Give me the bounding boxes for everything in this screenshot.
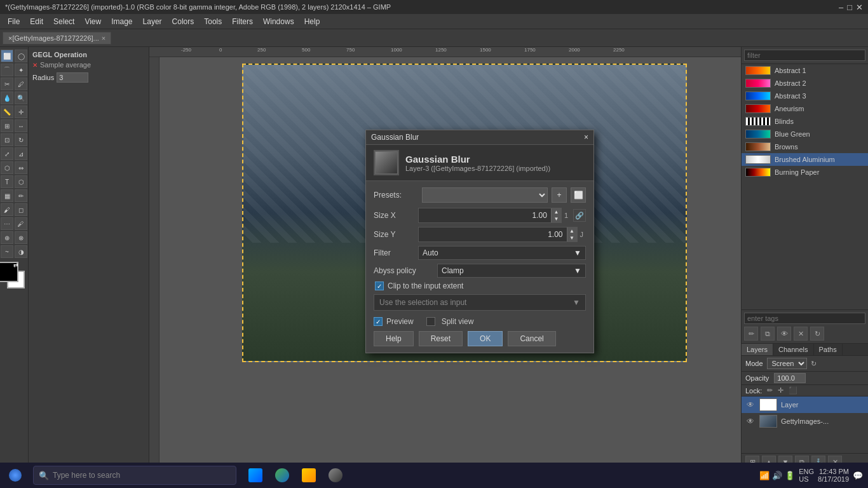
presets-bookmark-button[interactable]: ⬜ — [571, 187, 586, 203]
layer-item-layer[interactable]: 👁 Layer — [742, 396, 868, 413]
tool-dodge[interactable]: ◑ — [15, 245, 27, 258]
tool-zoom[interactable]: 🔍 — [15, 92, 27, 104]
taskview-button[interactable] — [244, 464, 267, 487]
tool-perspective[interactable]: ⬡ — [1, 161, 13, 174]
lock-position-icon[interactable]: ✛ — [778, 386, 783, 395]
menu-file[interactable]: File — [3, 16, 25, 27]
minimize-button[interactable]: – — [839, 3, 843, 12]
gradient-item[interactable]: Browns — [742, 140, 868, 153]
menu-tools[interactable]: Tools — [199, 16, 227, 27]
size-y-up[interactable]: ▲ — [567, 227, 577, 234]
selection-dropdown[interactable]: Use the selection as input ▼ — [374, 294, 586, 311]
layer-item-getty[interactable]: 👁 GettyImages-... — [742, 413, 868, 430]
mode-select[interactable]: Screen — [767, 358, 807, 369]
menu-colors[interactable]: Colors — [167, 16, 200, 27]
gradient-item[interactable]: Abstract 1 — [742, 64, 868, 77]
tool-ink[interactable]: 🖋 — [15, 217, 27, 230]
gradient-item[interactable]: Blinds — [742, 115, 868, 128]
abyss-select[interactable]: Clamp ▼ — [437, 264, 586, 278]
radius-input[interactable] — [57, 72, 88, 83]
tool-free-select[interactable]: ⌒ — [1, 64, 13, 76]
tool-shear[interactable]: ⊿ — [15, 147, 27, 160]
gradient-delete-icon[interactable]: ✕ — [794, 327, 808, 341]
gradient-item[interactable]: Brushed Aluminium — [742, 153, 868, 166]
menu-layer[interactable]: Layer — [138, 16, 167, 27]
tool-rotate[interactable]: ↻ — [15, 133, 27, 146]
tool-fuzzy-select[interactable]: ✦ — [15, 64, 27, 76]
tool-bucket[interactable]: ⬡ — [15, 175, 27, 188]
tool-ellipse-select[interactable]: ◯ — [15, 50, 27, 62]
clip-checkbox[interactable]: ✓ — [375, 281, 384, 290]
filter-dropdown[interactable]: Auto ▼ — [418, 246, 586, 260]
gradient-filter-input[interactable] — [744, 50, 865, 61]
menu-help[interactable]: Help — [299, 16, 325, 27]
sample-avg-close[interactable]: ✕ — [32, 62, 37, 69]
tool-paintbrush[interactable]: 🖌 — [1, 203, 13, 216]
start-button[interactable] — [0, 463, 31, 488]
tool-scissors[interactable]: ✂ — [1, 78, 13, 90]
close-button[interactable]: ✕ — [856, 3, 863, 12]
ok-button[interactable]: OK — [468, 331, 503, 346]
size-y-unit[interactable]: J — [578, 231, 587, 238]
presets-select[interactable] — [422, 187, 548, 203]
size-x-down[interactable]: ▼ — [551, 215, 561, 222]
gradient-view-icon[interactable]: 👁 — [777, 327, 791, 341]
preview-checkbox[interactable]: ✓ — [374, 317, 383, 326]
size-x-unit[interactable]: 1 — [562, 212, 571, 219]
menu-filters[interactable]: Filters — [227, 16, 258, 27]
edge-icon-button[interactable] — [271, 464, 294, 487]
size-x-input[interactable] — [419, 209, 551, 222]
gradient-item[interactable]: Aneurism — [742, 102, 868, 115]
gradient-item[interactable]: Abstract 3 — [742, 90, 868, 102]
layer-visibility-icon[interactable]: 👁 — [745, 400, 756, 410]
menu-windows[interactable]: Windows — [258, 16, 299, 27]
tool-measure[interactable]: 📏 — [1, 105, 13, 118]
tool-heal[interactable]: ⊗ — [15, 231, 27, 244]
gimp-icon-button[interactable] — [324, 464, 347, 487]
taskbar-search[interactable]: 🔍 Type here to search — [33, 466, 236, 485]
opacity-input[interactable] — [774, 373, 806, 383]
gradient-item[interactable]: Abstract 2 — [742, 77, 868, 90]
help-button[interactable]: Help — [374, 331, 414, 346]
tab-layers[interactable]: Layers — [742, 344, 773, 355]
lock-alpha-icon[interactable]: ⬛ — [789, 386, 797, 395]
dialog-close-button[interactable]: × — [584, 133, 588, 142]
tool-crop[interactable]: ⊡ — [1, 133, 13, 146]
chain-link[interactable]: 🔗 — [573, 209, 586, 222]
gradient-item[interactable]: Blue Green — [742, 128, 868, 140]
tool-rect-select[interactable]: ⬜ — [1, 50, 13, 62]
cancel-button[interactable]: Cancel — [508, 331, 555, 346]
presets-add-button[interactable]: + — [552, 187, 567, 203]
tool-eraser[interactable]: ◻ — [15, 203, 27, 216]
gradient-refresh-icon[interactable]: ↻ — [810, 327, 824, 341]
image-tab-close[interactable]: × — [102, 34, 105, 42]
gradient-edit-icon[interactable]: ✏ — [744, 327, 758, 341]
reset-button[interactable]: Reset — [419, 331, 463, 346]
tool-pencil[interactable]: ✏ — [15, 189, 27, 202]
layer-visibility-icon-2[interactable]: 👁 — [745, 416, 756, 426]
maximize-button[interactable]: □ — [847, 3, 852, 12]
swap-colors[interactable]: ⇄ — [13, 262, 18, 268]
tool-clone[interactable]: ⊕ — [1, 231, 13, 244]
tags-input[interactable] — [744, 313, 865, 324]
tool-paths[interactable]: 🖊 — [15, 78, 27, 90]
tool-move[interactable]: ✛ — [15, 105, 27, 118]
menu-image[interactable]: Image — [106, 16, 137, 27]
menu-select[interactable]: Select — [48, 16, 79, 27]
image-tab[interactable]: ×[GettyImages-871272226]... × — [3, 32, 111, 44]
gradient-item[interactable]: Burning Paper — [742, 166, 868, 179]
tool-airbrush[interactable]: ⋯ — [1, 217, 13, 230]
mode-refresh-icon[interactable]: ↻ — [811, 360, 817, 368]
tool-smudge[interactable]: ~ — [1, 245, 13, 258]
tool-scale[interactable]: ⤢ — [1, 147, 13, 160]
tool-blend[interactable]: ▦ — [1, 189, 13, 202]
tab-channels[interactable]: Channels — [773, 344, 813, 355]
tool-colorpick[interactable]: 💧 — [1, 92, 13, 104]
tool-text[interactable]: T — [1, 175, 13, 188]
lock-pixels-icon[interactable]: ✏ — [767, 386, 773, 395]
menu-view[interactable]: View — [79, 16, 106, 27]
tool-flip[interactable]: ⇔ — [15, 161, 27, 174]
size-y-down[interactable]: ▼ — [567, 234, 577, 241]
size-x-up[interactable]: ▲ — [551, 208, 561, 215]
explorer-icon-button[interactable] — [297, 464, 320, 487]
